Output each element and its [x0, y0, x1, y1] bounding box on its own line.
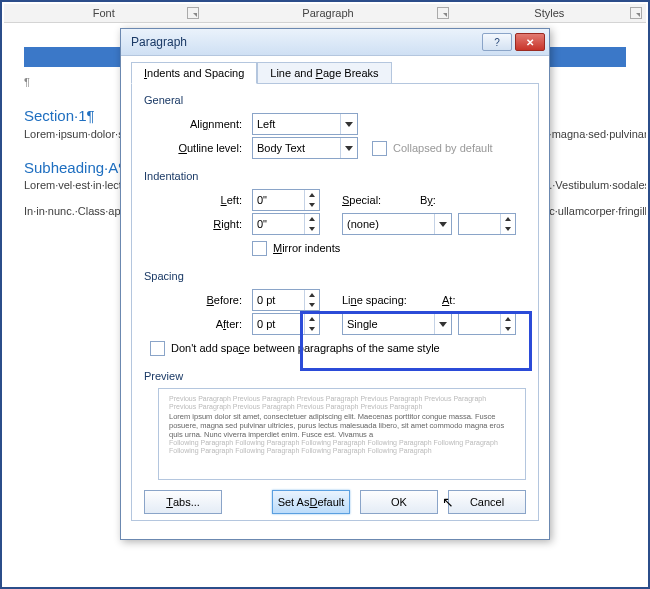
tabs-button[interactable]: Tabs...: [144, 490, 222, 514]
line-spacing-label: Line spacing:: [342, 294, 442, 306]
indent-left-spin[interactable]: 0": [252, 189, 320, 211]
same-style-checkbox[interactable]: [150, 341, 165, 356]
chevron-down-icon: [340, 138, 357, 158]
ok-button[interactable]: OK: [360, 490, 438, 514]
ribbon-group-styles: Styles: [453, 4, 646, 22]
section-general: General: [144, 94, 526, 106]
ribbon-group-paragraph: Paragraph: [203, 4, 452, 22]
collapsed-label: Collapsed by default: [393, 142, 493, 154]
close-button[interactable]: ✕: [515, 33, 545, 51]
paragraph-dialog: Paragraph ? ✕ IIndents and Spacingndents…: [120, 28, 550, 540]
alignment-label: Alignment:: [158, 118, 252, 130]
alignment-combo[interactable]: Left: [252, 113, 358, 135]
paragraph-launcher-icon[interactable]: [437, 7, 449, 19]
help-button[interactable]: ?: [482, 33, 512, 51]
indent-right-label: Right:: [158, 218, 252, 230]
special-label: Special:: [342, 194, 420, 206]
by-spin[interactable]: [458, 213, 516, 235]
at-spin[interactable]: [458, 313, 516, 335]
after-spin[interactable]: 0 pt: [252, 313, 320, 335]
mirror-checkbox[interactable]: [252, 241, 267, 256]
same-style-label: Don't add space between paragraphs of th…: [171, 342, 440, 354]
by-label: By:: [420, 194, 478, 206]
outline-label: Outline level:: [158, 142, 252, 154]
after-label: After:: [158, 318, 252, 330]
line-spacing-combo[interactable]: Single: [342, 313, 452, 335]
collapsed-checkbox: [372, 141, 387, 156]
section-spacing: Spacing: [144, 270, 526, 282]
section-indentation: Indentation: [144, 170, 526, 182]
before-spin[interactable]: 0 pt: [252, 289, 320, 311]
set-as-default-button[interactable]: Set As Default: [272, 490, 350, 514]
preview-box: Previous Paragraph Previous Paragraph Pr…: [158, 388, 526, 480]
tab-line-page-breaks[interactable]: Line and Page Breaks: [257, 62, 391, 84]
special-combo[interactable]: (none): [342, 213, 452, 235]
styles-launcher-icon[interactable]: [630, 7, 642, 19]
mirror-label: Mirror indents: [273, 242, 340, 254]
tab-indents-spacing[interactable]: IIndents and Spacingndents and Spacing: [131, 62, 257, 84]
cancel-button[interactable]: Cancel: [448, 490, 526, 514]
indent-left-label: Left:: [158, 194, 252, 206]
font-launcher-icon[interactable]: [187, 7, 199, 19]
chevron-down-icon: [434, 314, 451, 334]
indent-right-spin[interactable]: 0": [252, 213, 320, 235]
chevron-down-icon: [340, 114, 357, 134]
chevron-down-icon: [434, 214, 451, 234]
at-label: At:: [442, 294, 490, 306]
dialog-titlebar[interactable]: Paragraph ? ✕: [121, 29, 549, 56]
before-label: Before:: [158, 294, 252, 306]
section-preview: Preview: [144, 370, 526, 382]
ribbon-group-font: Font: [4, 4, 203, 22]
outline-combo[interactable]: Body Text: [252, 137, 358, 159]
dialog-title: Paragraph: [131, 35, 187, 49]
